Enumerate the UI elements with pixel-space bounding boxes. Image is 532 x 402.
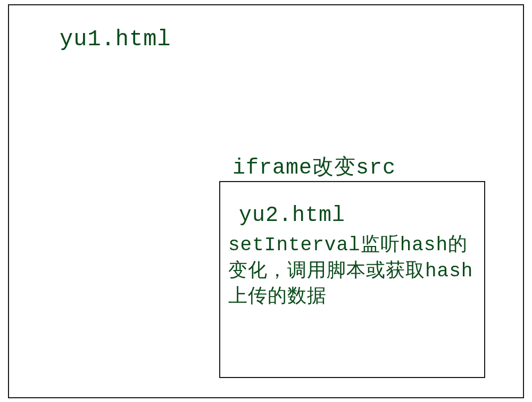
iframe-label: iframe改变src [232,152,396,181]
outer-page-title: yu1.html [60,27,171,52]
inner-iframe-box: yu2.html setInterval监听hash的变化，调用脚本或获取has… [219,181,485,378]
inner-page-title: yu2.html [239,203,345,227]
outer-container: yu1.html iframe改变src yu2.html setInterva… [8,4,524,398]
inner-description: setInterval监听hash的变化，调用脚本或获取hash上传的数据 [228,233,478,310]
